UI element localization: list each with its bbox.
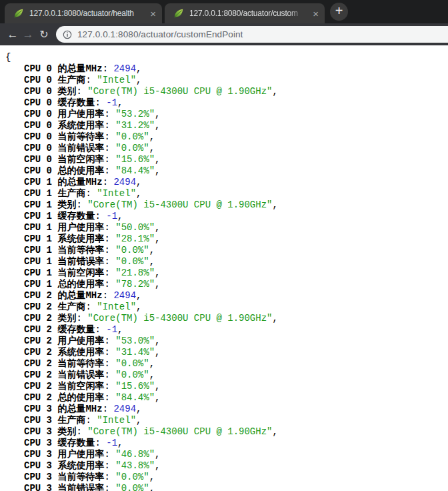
json-comma: ,: [155, 120, 160, 131]
json-value: "53.2%": [115, 109, 155, 119]
json-value: "Intel": [97, 415, 136, 426]
json-key: CPU 2 当前空闲率: [24, 381, 104, 392]
json-colon: :: [85, 188, 97, 199]
json-row: CPU 0 当前等待率: "0.0%",: [0, 131, 448, 143]
json-row: CPU 2 当前等待率: "0.0%",: [0, 358, 448, 370]
json-value: "84.4%": [115, 392, 155, 403]
json-comma: ,: [136, 177, 141, 187]
json-key: CPU 2 类别: [24, 313, 76, 324]
json-value: 2494: [113, 63, 136, 74]
json-colon: :: [104, 120, 115, 131]
json-comma: ,: [149, 245, 155, 256]
tab-actuator-health[interactable]: 127.0.0.1:8080/actuator/health ×: [5, 3, 162, 23]
json-open-brace: {: [0, 52, 448, 63]
tab-title: 127.0.0.1:8080/actuator/health: [29, 9, 147, 18]
json-colon: :: [104, 154, 115, 165]
json-colon: :: [104, 165, 115, 176]
tab-actuator-custom-endpoint[interactable]: 127.0.0.1:8080/actuator/custom ×: [165, 3, 325, 23]
url-text[interactable]: 127.0.0.1:8080/actuator/customEndPoint: [77, 29, 243, 39]
reload-icon[interactable]: ↻: [35, 23, 53, 45]
json-key: CPU 0 系统使用率: [24, 120, 104, 131]
new-tab-button[interactable]: +: [330, 3, 348, 21]
json-colon: :: [85, 302, 97, 312]
json-comma: ,: [155, 381, 160, 392]
json-comma: ,: [272, 313, 277, 324]
forward-icon[interactable]: →: [19, 23, 37, 45]
json-comma: ,: [136, 290, 141, 301]
json-row: CPU 0 当前错误率: "0.0%",: [0, 143, 448, 154]
json-value: "78.2%": [115, 279, 155, 290]
json-colon: :: [104, 449, 115, 460]
json-key: CPU 2 缓存数量: [24, 324, 95, 335]
json-colon: :: [104, 370, 115, 380]
json-value: "50.0%": [115, 222, 155, 233]
address-bar[interactable]: 127.0.0.1:8080/actuator/customEndPoint: [56, 26, 448, 43]
json-value: "0.0%": [115, 358, 149, 369]
json-key: CPU 1 当前等待率: [24, 245, 104, 256]
json-colon: :: [104, 268, 115, 278]
json-key: CPU 1 总的使用率: [24, 279, 104, 290]
page-info-icon[interactable]: [63, 30, 72, 39]
json-value: "Core(TM) i5-4300U CPU @ 1.90GHz": [87, 199, 272, 210]
json-key: CPU 1 类别: [24, 199, 76, 210]
json-comma: ,: [149, 358, 155, 369]
json-comma: ,: [155, 233, 160, 244]
json-colon: :: [104, 483, 115, 491]
json-value: "31.2%": [115, 120, 155, 131]
json-value: "0.0%": [115, 245, 149, 256]
json-colon: :: [104, 460, 115, 471]
json-value: "53.0%": [115, 336, 155, 346]
json-row: CPU 1 系统使用率: "28.1%",: [0, 233, 448, 245]
json-value: 2494: [113, 290, 136, 301]
json-key: CPU 3 生产商: [24, 415, 85, 426]
json-comma: ,: [136, 404, 141, 414]
json-colon: :: [95, 97, 106, 108]
json-value: "Core(TM) i5-4300U CPU @ 1.90GHz": [87, 313, 272, 324]
json-key: CPU 3 用户使用率: [24, 449, 104, 460]
json-response-body: { CPU 0 的总量MHz: 2494, CPU 0 生产商: "Intel"…: [0, 45, 448, 491]
close-icon[interactable]: ×: [150, 9, 156, 19]
json-rows: CPU 0 的总量MHz: 2494, CPU 0 生产商: "Intel", …: [0, 63, 448, 491]
json-value: -1: [106, 438, 117, 448]
json-row: CPU 3 当前等待率: "0.0%",: [0, 472, 448, 483]
json-key: CPU 1 当前错误率: [24, 256, 104, 267]
json-comma: ,: [155, 268, 160, 278]
json-row: CPU 2 的总量MHz: 2494,: [0, 290, 448, 302]
json-colon: :: [103, 290, 114, 301]
json-colon: :: [104, 279, 115, 290]
json-row: CPU 2 生产商: "Intel",: [0, 302, 448, 313]
json-row: CPU 1 生产商: "Intel",: [0, 188, 448, 199]
json-row: CPU 2 总的使用率: "84.4%",: [0, 392, 448, 404]
json-comma: ,: [117, 211, 123, 221]
json-comma: ,: [117, 438, 123, 448]
json-comma: ,: [155, 392, 160, 403]
json-value: "0.0%": [115, 472, 149, 482]
json-value: "Intel": [97, 75, 136, 85]
json-key: CPU 1 生产商: [24, 188, 85, 199]
json-comma: ,: [155, 154, 160, 165]
json-colon: :: [104, 131, 115, 142]
close-icon[interactable]: ×: [313, 9, 319, 19]
json-comma: ,: [155, 449, 160, 460]
json-row: CPU 3 类别: "Core(TM) i5-4300U CPU @ 1.90G…: [0, 426, 448, 438]
json-comma: ,: [149, 370, 155, 380]
json-row: CPU 2 类别: "Core(TM) i5-4300U CPU @ 1.90G…: [0, 313, 448, 324]
json-comma: ,: [272, 86, 277, 97]
json-row: CPU 1 总的使用率: "78.2%",: [0, 279, 448, 290]
json-colon: :: [103, 404, 114, 414]
json-value: -1: [106, 324, 117, 335]
json-comma: ,: [155, 336, 160, 346]
json-row: CPU 1 缓存数量: -1,: [0, 211, 448, 222]
json-key: CPU 2 的总量MHz: [24, 290, 103, 301]
json-comma: ,: [155, 279, 160, 290]
tab-strip: 127.0.0.1:8080/actuator/health × 127.0.0…: [0, 0, 448, 23]
json-row: CPU 2 当前空闲率: "15.6%",: [0, 381, 448, 392]
json-colon: :: [76, 426, 87, 437]
json-key: CPU 2 当前等待率: [24, 358, 104, 369]
json-row: CPU 0 类别: "Core(TM) i5-4300U CPU @ 1.90G…: [0, 86, 448, 97]
json-key: CPU 0 缓存数量: [24, 97, 95, 108]
json-value: -1: [106, 211, 117, 221]
json-value: "0.0%": [115, 131, 149, 142]
json-key: CPU 3 类别: [24, 426, 76, 437]
json-comma: ,: [155, 109, 160, 119]
